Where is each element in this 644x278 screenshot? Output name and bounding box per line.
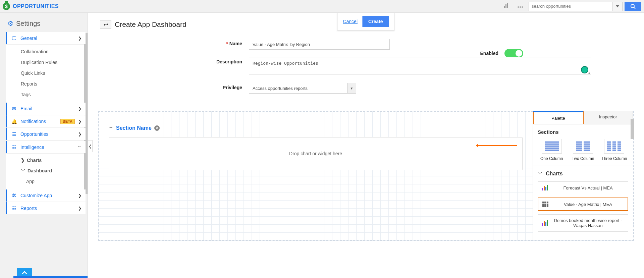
money-bag-icon: $ bbox=[3, 3, 10, 10]
sidebar-item-notifications[interactable]: 🔔 Notifications BETA ❯ bbox=[6, 115, 86, 127]
form-section: Name Description Region-wise Opportuniti… bbox=[88, 32, 644, 111]
nav-label-reports-bottom: Reports bbox=[20, 206, 75, 211]
intelligence-subitems: ❯ Charts ﹀ Dashboard App bbox=[6, 154, 86, 189]
search-dropdown[interactable] bbox=[612, 2, 623, 11]
layout-two-column[interactable]: Two Column bbox=[569, 139, 597, 161]
search-container bbox=[529, 2, 641, 11]
annotation-arrow bbox=[477, 145, 517, 146]
sidebar-item-intelligence[interactable]: ☷ Intelligence ﹀ bbox=[6, 141, 86, 153]
enabled-label: Enabled bbox=[480, 51, 498, 56]
three-column-icon bbox=[604, 139, 624, 154]
chevron-right-icon: ❯ bbox=[78, 106, 82, 111]
sidebar-item-reports-bottom[interactable]: ☷ Reports ❯ bbox=[6, 202, 86, 214]
sidebar: ⚙ Settings 🖵 General ❯ Collaboration Dup… bbox=[0, 13, 88, 278]
charts-header[interactable]: ﹀ Charts bbox=[538, 171, 628, 177]
sidebar-item-email[interactable]: ✉ Email ❯ bbox=[6, 103, 86, 115]
privilege-value: Access opportunities reports bbox=[253, 86, 308, 91]
chevron-right-icon: ❯ bbox=[21, 158, 25, 163]
svg-marker-6 bbox=[616, 5, 619, 7]
charts-label: Charts bbox=[27, 158, 42, 163]
search-input[interactable] bbox=[529, 2, 612, 11]
grammarly-icon bbox=[581, 66, 588, 73]
close-icon[interactable]: ✕ bbox=[154, 125, 160, 131]
sub-item-app[interactable]: App bbox=[6, 176, 86, 187]
charts-panel: ﹀ Charts Forecast Vs Actual | MEA Value … bbox=[533, 166, 633, 240]
cancel-link[interactable]: Cancel bbox=[343, 19, 358, 24]
name-label: Name bbox=[182, 39, 249, 46]
description-input[interactable]: Region-wise Opportunities bbox=[249, 57, 591, 74]
layout-one-column[interactable]: One Column bbox=[538, 139, 566, 161]
sub-item-tags[interactable]: Tags bbox=[6, 89, 86, 100]
page-title: Create App Dashboard bbox=[115, 20, 186, 29]
sub-item-collaboration[interactable]: Collaboration bbox=[6, 46, 86, 57]
svg-point-5 bbox=[522, 6, 523, 8]
back-button[interactable]: ↩ bbox=[100, 20, 111, 29]
sub-item-quicklinks[interactable]: Quick Links bbox=[6, 68, 86, 78]
section-title[interactable]: Section Name bbox=[116, 125, 152, 131]
analytics-icon[interactable] bbox=[500, 1, 512, 11]
list-icon: ☰ bbox=[11, 131, 17, 137]
chevron-down-icon: ﹀ bbox=[77, 144, 82, 150]
matrix-icon bbox=[542, 202, 548, 207]
chevron-down-icon: ﹀ bbox=[21, 168, 25, 174]
sidebar-item-customize[interactable]: 🛠 Customize App ❯ bbox=[6, 189, 86, 202]
palette-tabs: Palette Inspector bbox=[533, 111, 633, 124]
svg-rect-1 bbox=[505, 4, 506, 8]
svg-rect-0 bbox=[504, 6, 505, 8]
chevron-right-icon: ❯ bbox=[78, 206, 82, 211]
chart-item-demos[interactable]: Demos booked month-wise report - Waqas H… bbox=[538, 214, 628, 232]
nav-label-customize: Customize App bbox=[20, 193, 75, 198]
form-row-description: Description Region-wise Opportunities bbox=[182, 57, 604, 75]
layout-three-column[interactable]: Three Column bbox=[600, 139, 628, 161]
chart-item-value-age[interactable]: Value - Age Matrix | MEA bbox=[538, 198, 628, 211]
chevron-right-icon: ❯ bbox=[78, 119, 82, 124]
sub-item-duplication[interactable]: Duplication Rules bbox=[6, 57, 86, 68]
svg-rect-2 bbox=[507, 3, 508, 8]
palette-panel: Palette Inspector Sections One Column bbox=[533, 111, 633, 240]
palette-scrollbar[interactable] bbox=[631, 119, 634, 139]
layout-label-three: Three Column bbox=[600, 156, 628, 161]
search-button[interactable] bbox=[625, 2, 641, 11]
svg-point-3 bbox=[518, 6, 519, 8]
tab-inspector[interactable]: Inspector bbox=[584, 111, 633, 124]
chart-item-forecast[interactable]: Forecast Vs Actual | MEA bbox=[538, 181, 628, 194]
enabled-toggle[interactable] bbox=[504, 49, 523, 58]
footer-accent-bar bbox=[13, 276, 88, 278]
settings-header: ⚙ Settings bbox=[6, 17, 86, 32]
description-label: Description bbox=[182, 57, 249, 64]
nav-label-general: General bbox=[20, 36, 75, 41]
chevron-down-icon[interactable]: ﹀ bbox=[109, 125, 113, 131]
chart-label-value-age: Value - Age Matrix | MEA bbox=[552, 202, 624, 207]
create-button[interactable]: Create bbox=[362, 16, 389, 27]
nav-label-notifications: Notifications bbox=[20, 119, 57, 124]
layout-label-two: Two Column bbox=[569, 156, 597, 161]
more-icon[interactable] bbox=[515, 1, 526, 11]
sub-item-charts[interactable]: ❯ Charts bbox=[6, 155, 86, 165]
beta-badge: BETA bbox=[60, 119, 75, 124]
chart-label-demos: Demos booked month-wise report - Waqas H… bbox=[552, 218, 624, 228]
tab-palette[interactable]: Palette bbox=[533, 111, 584, 124]
name-input[interactable] bbox=[249, 39, 390, 50]
bell-icon: 🔔 bbox=[11, 119, 17, 124]
topbar: $ OPPORTUNITIES bbox=[0, 0, 644, 13]
sub-item-dashboard[interactable]: ﹀ Dashboard bbox=[6, 165, 86, 176]
svg-point-7 bbox=[631, 4, 634, 8]
chart-icon: ☷ bbox=[11, 145, 17, 150]
general-subitems: Collaboration Duplication Rules Quick Li… bbox=[6, 45, 86, 103]
chevron-down-icon: ﹀ bbox=[538, 171, 542, 177]
sidebar-item-general[interactable]: 🖵 General ❯ bbox=[6, 32, 86, 44]
bar-chart-icon bbox=[542, 220, 548, 226]
dropdown-arrow-icon: ▼ bbox=[347, 83, 356, 93]
drop-zone[interactable]: Drop chart or widget here bbox=[109, 137, 523, 170]
sections-title: Sections bbox=[538, 129, 628, 135]
builder-canvas: ﹀ Section Name ✕ Drop chart or widget he… bbox=[99, 112, 533, 240]
sub-item-reports[interactable]: Reports bbox=[6, 78, 86, 89]
sections-panel: Sections One Column Two Colu bbox=[533, 124, 633, 166]
sidebar-collapse-handle[interactable]: ❮ bbox=[88, 140, 93, 152]
sidebar-item-opportunities[interactable]: ☰ Opportunities ❯ bbox=[6, 128, 86, 140]
main-content: ❮ Cancel Create ↩ Create App Dashboard E… bbox=[88, 13, 644, 278]
section-header: ﹀ Section Name ✕ bbox=[109, 125, 523, 131]
privilege-select[interactable]: Access opportunities reports ▼ bbox=[249, 83, 356, 94]
chevron-right-icon: ❯ bbox=[78, 36, 82, 41]
chevron-right-icon: ❯ bbox=[78, 193, 82, 198]
